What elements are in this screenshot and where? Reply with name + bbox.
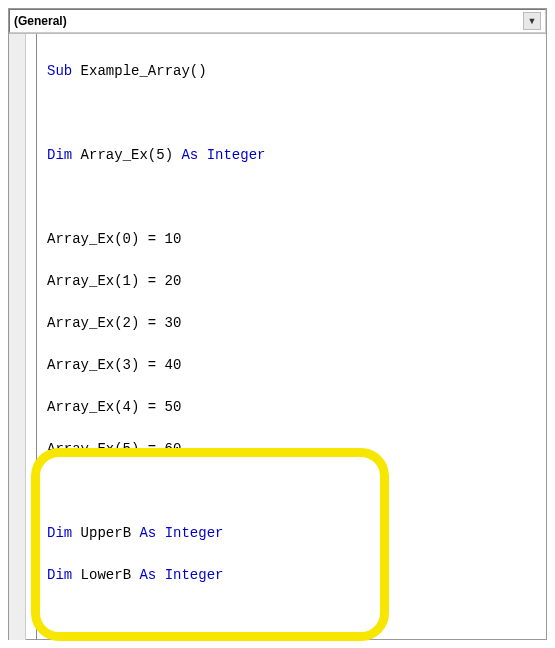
code-text: Array_Ex(0) = 10: [47, 231, 181, 247]
code-text: Array_Ex(3) = 40: [47, 357, 181, 373]
code-text: Example_Array(): [72, 63, 206, 79]
keyword-as-integer: As Integer: [181, 147, 265, 163]
margin-indicator-bar: [9, 34, 26, 640]
code-text: UpperB: [72, 525, 139, 541]
keyword-dim: Dim: [47, 147, 72, 163]
keyword-dim: Dim: [47, 567, 72, 583]
keyword-dim: Dim: [47, 525, 72, 541]
editor-body: Sub Example_Array() Dim Array_Ex(5) As I…: [9, 34, 546, 640]
dropdown-bar: (General) ▼: [9, 9, 546, 34]
code-window: (General) ▼ Sub Example_Array() Dim Arra…: [8, 8, 547, 640]
code-text: Array_Ex(5): [72, 147, 181, 163]
vertical-rule: [36, 34, 37, 640]
keyword-sub: Sub: [47, 63, 72, 79]
chevron-down-icon: ▼: [523, 12, 541, 30]
code-text: Array_Ex(1) = 20: [47, 273, 181, 289]
code-editor[interactable]: Sub Example_Array() Dim Array_Ex(5) As I…: [47, 34, 546, 640]
keyword-as-integer: As Integer: [139, 567, 223, 583]
code-text: Array_Ex(4) = 50: [47, 399, 181, 415]
keyword-as-integer: As Integer: [139, 525, 223, 541]
object-dropdown[interactable]: (General) ▼: [9, 9, 546, 33]
code-text: Array_Ex(2) = 30: [47, 315, 181, 331]
code-text: Array_Ex(5) = 60: [47, 441, 181, 457]
object-dropdown-label: (General): [14, 14, 67, 28]
code-text: LowerB: [72, 567, 139, 583]
